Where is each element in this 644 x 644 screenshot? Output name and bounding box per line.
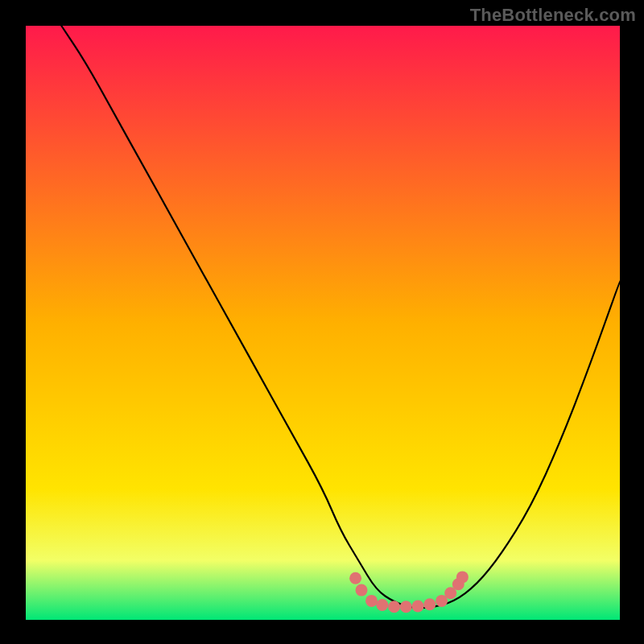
highlight-dot: [376, 599, 388, 611]
highlight-dot: [423, 598, 436, 610]
highlight-dot: [456, 571, 469, 583]
highlight-dot: [349, 572, 361, 584]
highlight-dot: [365, 595, 378, 607]
highlight-dot: [356, 584, 368, 597]
chart-stage: TheBottleneck.com: [0, 0, 644, 644]
highlight-dot: [400, 601, 412, 613]
highlight-dot: [412, 601, 424, 613]
highlight-dot: [388, 601, 400, 613]
bottleneck-chart: [0, 0, 644, 644]
